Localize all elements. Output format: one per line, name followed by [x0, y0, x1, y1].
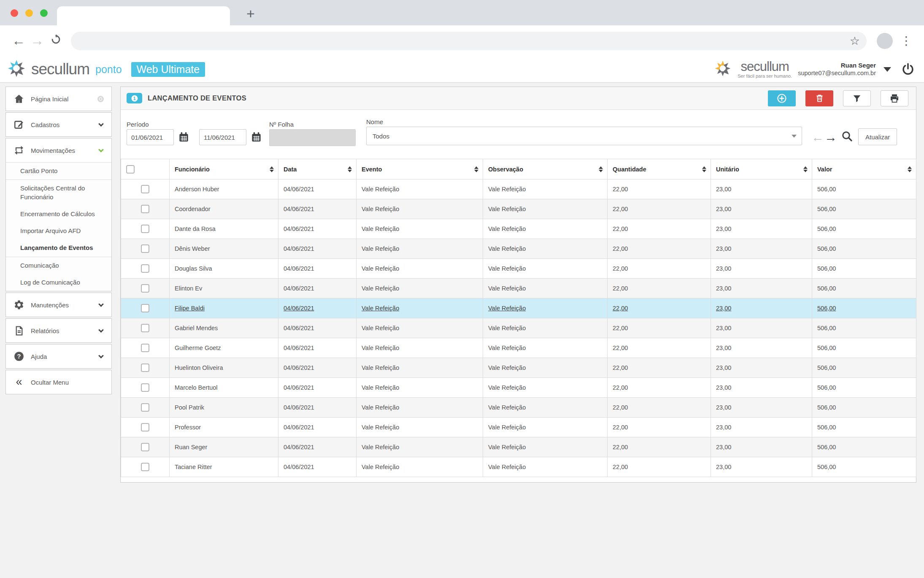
cell-funcionario[interactable]: Gabriel Mendes — [170, 318, 278, 338]
row-checkbox[interactable] — [141, 423, 149, 431]
browser-menu-icon[interactable]: ⋮ — [900, 34, 912, 48]
cell-observacao[interactable]: Vale Refeição — [483, 358, 608, 378]
maximize-window-button[interactable] — [40, 9, 48, 17]
cell-evento[interactable]: Vale Refeição — [357, 398, 483, 418]
cell-unitario[interactable]: 23,00 — [711, 199, 812, 219]
cell-data[interactable]: 04/06/2021 — [278, 318, 357, 338]
table-row[interactable]: Guilherme Goetz 04/06/2021 Vale Refeição… — [121, 338, 916, 358]
cell-quantidade[interactable]: 22,00 — [608, 279, 711, 298]
atualizar-button[interactable]: Atualizar — [858, 128, 897, 145]
cell-valor[interactable]: 506,00 — [812, 338, 916, 358]
row-checkbox[interactable] — [141, 244, 149, 253]
cell-quantidade[interactable]: 22,00 — [608, 378, 711, 398]
user-menu-caret-icon[interactable] — [883, 67, 891, 72]
cell-unitario[interactable]: 23,00 — [711, 378, 812, 398]
browser-tab[interactable] — [57, 6, 230, 25]
cell-evento[interactable]: Vale Refeição — [357, 259, 483, 279]
cell-observacao[interactable]: Vale Refeição — [483, 298, 608, 318]
sort-icon[interactable] — [599, 166, 603, 172]
sidebar-subitem[interactable]: Importar Arquivo AFD — [6, 223, 111, 239]
cell-data[interactable]: 04/06/2021 — [278, 239, 357, 259]
print-button[interactable] — [881, 90, 908, 106]
sidebar-item-pagina-inicial[interactable]: Página Inicial — [6, 87, 111, 111]
cell-quantidade[interactable]: 22,00 — [608, 298, 711, 318]
forward-icon[interactable]: → — [28, 33, 46, 49]
cell-data[interactable]: 04/06/2021 — [278, 338, 357, 358]
cell-funcionario[interactable]: Coordenador — [170, 199, 278, 219]
cell-valor[interactable]: 506,00 — [812, 199, 916, 219]
sidebar-subitem[interactable]: Encerramento de Cálculos — [6, 206, 111, 223]
cell-valor[interactable]: 506,00 — [812, 318, 916, 338]
cell-funcionario[interactable]: Guilherme Goetz — [170, 338, 278, 358]
cell-unitario[interactable]: 23,00 — [711, 219, 812, 239]
table-row[interactable]: Anderson Huber 04/06/2021 Vale Refeição … — [121, 179, 916, 199]
col-header-unitario[interactable]: Unitário — [711, 159, 812, 179]
cell-quantidade[interactable]: 22,00 — [608, 437, 711, 457]
cell-observacao[interactable]: Vale Refeição — [483, 259, 608, 279]
date-from-input[interactable] — [127, 129, 174, 145]
cell-unitario[interactable]: 23,00 — [711, 239, 812, 259]
cell-valor[interactable]: 506,00 — [812, 279, 916, 298]
sidebar-subitem[interactable]: Solicitações Central do Funcionário — [6, 180, 111, 206]
cell-data[interactable]: 04/06/2021 — [278, 219, 357, 239]
cell-unitario[interactable]: 23,00 — [711, 298, 812, 318]
cell-observacao[interactable]: Vale Refeição — [483, 199, 608, 219]
logout-power-icon[interactable] — [901, 62, 915, 76]
cell-evento[interactable]: Vale Refeição — [357, 199, 483, 219]
cell-evento[interactable]: Vale Refeição — [357, 457, 483, 477]
cell-evento[interactable]: Vale Refeição — [357, 378, 483, 398]
bookmark-star-icon[interactable]: ☆ — [850, 34, 860, 48]
cell-observacao[interactable]: Vale Refeição — [483, 457, 608, 477]
row-checkbox[interactable] — [141, 225, 149, 233]
cell-funcionario[interactable]: Elinton Ev — [170, 279, 278, 298]
row-checkbox[interactable] — [141, 304, 149, 312]
cell-observacao[interactable]: Vale Refeição — [483, 318, 608, 338]
row-checkbox[interactable] — [141, 324, 149, 332]
cell-observacao[interactable]: Vale Refeição — [483, 418, 608, 437]
table-row[interactable]: Marcelo Bertuol 04/06/2021 Vale Refeição… — [121, 378, 916, 398]
col-header-valor[interactable]: Valor — [812, 159, 916, 179]
sidebar-item-ocultar-menu[interactable]: « Ocultar Menu — [6, 370, 111, 394]
cell-quantidade[interactable]: 22,00 — [608, 398, 711, 418]
col-header-data[interactable]: Data — [278, 159, 357, 179]
cell-valor[interactable]: 506,00 — [812, 298, 916, 318]
col-header-evento[interactable]: Evento — [357, 159, 483, 179]
url-bar[interactable]: ☆ — [71, 32, 867, 50]
cell-evento[interactable]: Vale Refeição — [357, 437, 483, 457]
cell-unitario[interactable]: 23,00 — [711, 338, 812, 358]
cell-observacao[interactable]: Vale Refeição — [483, 239, 608, 259]
row-checkbox[interactable] — [141, 364, 149, 372]
sort-icon[interactable] — [702, 166, 706, 172]
new-tab-button[interactable]: + — [241, 4, 260, 23]
minimize-window-button[interactable] — [25, 9, 33, 17]
cell-funcionario[interactable]: Marcelo Bertuol — [170, 378, 278, 398]
cell-valor[interactable]: 506,00 — [812, 418, 916, 437]
cell-data[interactable]: 04/06/2021 — [278, 199, 357, 219]
cell-observacao[interactable]: Vale Refeição — [483, 179, 608, 199]
cell-valor[interactable]: 506,00 — [812, 239, 916, 259]
cell-evento[interactable]: Vale Refeição — [357, 318, 483, 338]
sidebar-subitem[interactable]: Comunicação — [6, 257, 111, 274]
back-icon[interactable]: ← — [9, 33, 28, 49]
row-checkbox[interactable] — [141, 403, 149, 412]
calendar-icon[interactable] — [178, 131, 189, 143]
cell-unitario[interactable]: 23,00 — [711, 418, 812, 437]
cell-funcionario[interactable]: Anderson Huber — [170, 179, 278, 199]
sidebar-item-movimentacoes[interactable]: Movimentações — [6, 138, 111, 162]
row-checkbox[interactable] — [141, 344, 149, 352]
row-checkbox[interactable] — [141, 264, 149, 273]
cell-funcionario[interactable]: Pool Patrik — [170, 398, 278, 418]
row-checkbox[interactable] — [141, 383, 149, 392]
cell-data[interactable]: 04/06/2021 — [278, 457, 357, 477]
table-row[interactable]: Ruan Seger 04/06/2021 Vale Refeição Vale… — [121, 437, 916, 457]
select-all-checkbox[interactable] — [126, 165, 135, 174]
sidebar-item-relatorios[interactable]: Relatórios — [6, 319, 111, 342]
cell-data[interactable]: 04/06/2021 — [278, 418, 357, 437]
cell-valor[interactable]: 506,00 — [812, 457, 916, 477]
cell-unitario[interactable]: 23,00 — [711, 179, 812, 199]
cell-evento[interactable]: Vale Refeição — [357, 179, 483, 199]
search-icon[interactable] — [841, 130, 854, 144]
cell-data[interactable]: 04/06/2021 — [278, 279, 357, 298]
sidebar-item-manutencoes[interactable]: Manutenções — [6, 293, 111, 317]
cell-observacao[interactable]: Vale Refeição — [483, 398, 608, 418]
